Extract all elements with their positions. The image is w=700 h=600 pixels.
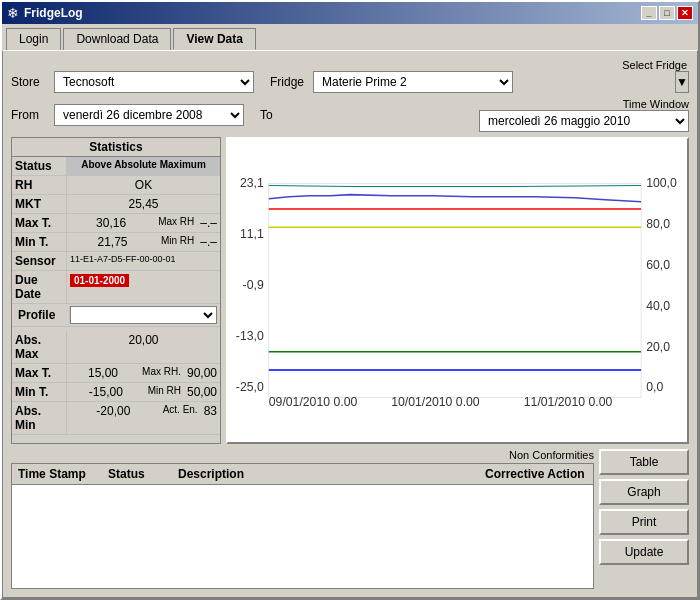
sensor-value: 11-E1-A7-D5-FF-00-00-01 xyxy=(67,252,179,270)
select-fridge-label: Select Fridge xyxy=(622,59,689,71)
title-bar-left: ❄ FridgeLog xyxy=(7,5,83,21)
svg-text:0,0: 0,0 xyxy=(646,380,663,394)
min-t2-label: Min T. xyxy=(12,383,67,401)
min-rh-value: –.– xyxy=(197,233,220,251)
min-t-value: 21,75 xyxy=(67,233,158,251)
svg-text:11,1: 11,1 xyxy=(240,227,264,241)
mkt-label: MKT xyxy=(12,195,67,213)
abs-max-value: 20,00 xyxy=(67,331,220,363)
time-window-label: Time Window xyxy=(623,98,689,110)
close-button[interactable]: ✕ xyxy=(677,6,693,20)
stats-rh-row: RH OK xyxy=(12,176,220,195)
graph-button[interactable]: Graph xyxy=(599,479,689,505)
main-content: Store Tecnosoft Fridge Materie Prime 2 S… xyxy=(2,50,698,598)
abs-min-label: Abs. Min xyxy=(12,402,67,434)
min-rh2-value: 50,00 xyxy=(184,383,220,401)
max-t-value: 30,16 xyxy=(67,214,155,232)
from-date-select[interactable]: venerdì 26 dicembre 2008 xyxy=(54,104,244,126)
fridge-select[interactable]: Materie Prime 2 xyxy=(313,71,513,93)
non-conformities-panel: Non Conformities Time Stamp Status Descr… xyxy=(11,449,594,589)
table-button[interactable]: Table xyxy=(599,449,689,475)
minimize-button[interactable]: _ xyxy=(641,6,657,20)
main-window: ❄ FridgeLog _ □ ✕ Login Download Data Vi… xyxy=(0,0,700,600)
due-date-label: Due Date xyxy=(12,271,67,303)
svg-text:-25,0: -25,0 xyxy=(236,380,264,394)
window-title: FridgeLog xyxy=(24,6,83,20)
svg-text:100,0: 100,0 xyxy=(646,176,677,190)
maximize-button[interactable]: □ xyxy=(659,6,675,20)
svg-text:-0,9: -0,9 xyxy=(243,278,264,292)
min-t2-value: -15,00 xyxy=(67,383,145,401)
tab-login[interactable]: Login xyxy=(6,28,61,50)
th-timestamp: Time Stamp xyxy=(14,466,104,482)
act-en-value: 83 xyxy=(201,402,220,434)
stats-maxt-row: Max T. 30,16 Max RH –.– xyxy=(12,214,220,233)
th-description: Description xyxy=(174,466,481,482)
store-select[interactable]: Tecnosoft xyxy=(54,71,254,93)
stats-mkt-row: MKT 25,45 xyxy=(12,195,220,214)
mkt-value: 25,45 xyxy=(67,195,220,213)
store-label: Store xyxy=(11,75,46,89)
table-body xyxy=(12,485,593,493)
title-buttons: _ □ ✕ xyxy=(641,6,693,20)
update-button[interactable]: Update xyxy=(599,539,689,565)
tab-bar: Login Download Data View Data xyxy=(2,24,698,50)
action-buttons: Table Graph Print Update xyxy=(599,449,689,589)
svg-text:20,0: 20,0 xyxy=(646,340,670,354)
min-rh2-label: Min RH xyxy=(145,383,184,401)
app-icon: ❄ xyxy=(7,5,19,21)
main-area: Statistics Status Above Absolute Maximum… xyxy=(11,137,689,444)
svg-text:10/01/2010 0.00: 10/01/2010 0.00 xyxy=(391,395,480,409)
svg-text:80,0: 80,0 xyxy=(646,217,670,231)
svg-text:23,1: 23,1 xyxy=(240,176,264,190)
chart-svg: 23,1 11,1 -0,9 -13,0 -25,0 100,0 80,0 60… xyxy=(228,139,687,442)
to-date-select[interactable]: mercoledì 26 maggio 2010 xyxy=(479,110,689,132)
stats-absmin-row: Abs. Min -20,00 Act. En. 83 xyxy=(12,402,220,435)
max-rh-value: –.– xyxy=(197,214,220,232)
stats-sensor-row: Sensor 11-E1-A7-D5-FF-00-00-01 xyxy=(12,252,220,271)
stats-panel: Statistics Status Above Absolute Maximum… xyxy=(11,137,221,444)
status-value: Above Absolute Maximum xyxy=(67,157,220,175)
svg-text:40,0: 40,0 xyxy=(646,299,670,313)
fridge-label: Fridge xyxy=(270,75,305,89)
chart-area: 23,1 11,1 -0,9 -13,0 -25,0 100,0 80,0 60… xyxy=(226,137,689,444)
min-t-label: Min T. xyxy=(12,233,67,251)
svg-text:-13,0: -13,0 xyxy=(236,329,264,343)
svg-rect-12 xyxy=(269,183,641,397)
th-corrective-action: Corrective Action xyxy=(481,466,591,482)
stats-profile-row: Profile xyxy=(12,304,220,327)
nc-table: Time Stamp Status Description Corrective… xyxy=(11,463,594,589)
nc-label: Non Conformities xyxy=(11,449,594,461)
stats-maxt2-row: Max T. 15,00 Max RH. 90,00 xyxy=(12,364,220,383)
svg-text:09/01/2010 0.00: 09/01/2010 0.00 xyxy=(269,395,358,409)
bottom-area: Non Conformities Time Stamp Status Descr… xyxy=(11,449,689,589)
profile-label: Profile xyxy=(15,306,70,324)
stats-absmax-row: Abs. Max 20,00 xyxy=(12,331,220,364)
stats-mint2-row: Min T. -15,00 Min RH 50,00 xyxy=(12,383,220,402)
max-t2-value: 15,00 xyxy=(67,364,139,382)
title-bar: ❄ FridgeLog _ □ ✕ xyxy=(2,2,698,24)
svg-text:60,0: 60,0 xyxy=(646,258,670,272)
stats-mint-row: Min T. 21,75 Min RH –.– xyxy=(12,233,220,252)
stats-title: Statistics xyxy=(12,138,220,157)
profile-select[interactable] xyxy=(70,306,217,324)
abs-min-value: -20,00 xyxy=(67,402,160,434)
min-rh-label: Min RH xyxy=(158,233,197,251)
act-en-label: Act. En. xyxy=(160,402,201,434)
max-rh2-label: Max RH. xyxy=(139,364,184,382)
max-t2-label: Max T. xyxy=(12,364,67,382)
max-t-label: Max T. xyxy=(12,214,67,232)
sensor-label: Sensor xyxy=(12,252,67,270)
rh-label: RH xyxy=(12,176,67,194)
due-date-value: 01-01-2000 xyxy=(70,274,129,287)
fridge-dropdown-arrow[interactable]: ▼ xyxy=(675,71,689,93)
svg-text:11/01/2010 0.00: 11/01/2010 0.00 xyxy=(524,395,613,409)
table-header: Time Stamp Status Description Corrective… xyxy=(12,464,593,485)
tab-view-data[interactable]: View Data xyxy=(173,28,255,50)
th-status: Status xyxy=(104,466,174,482)
tab-download-data[interactable]: Download Data xyxy=(63,28,171,50)
print-button[interactable]: Print xyxy=(599,509,689,535)
stats-status-row: Status Above Absolute Maximum xyxy=(12,157,220,176)
max-rh2-value: 90,00 xyxy=(184,364,220,382)
from-label: From xyxy=(11,108,46,122)
